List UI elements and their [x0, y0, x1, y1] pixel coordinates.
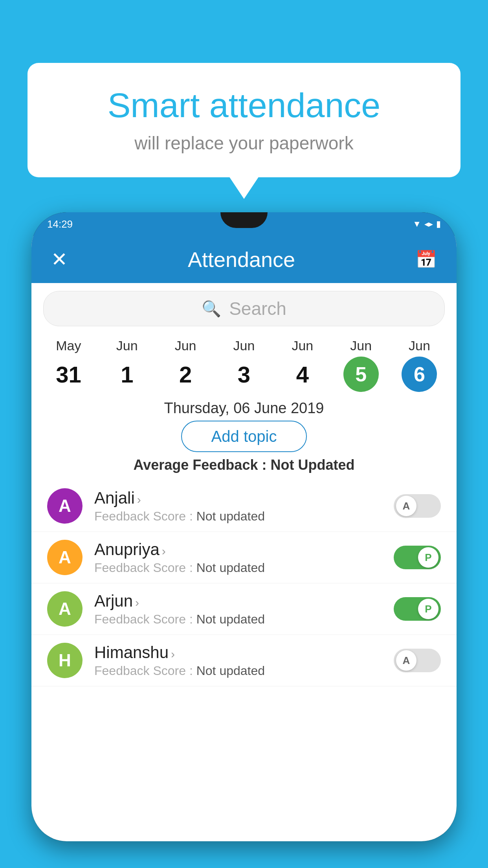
- attendance-toggle[interactable]: P: [394, 546, 441, 569]
- battery-icon: ▮: [436, 219, 441, 229]
- search-input[interactable]: Search: [229, 298, 286, 319]
- status-bar: 14:29 ▼ ◂▸ ▮: [31, 212, 457, 236]
- cal-date-label[interactable]: 5: [343, 357, 379, 392]
- student-row[interactable]: AArjun›Feedback Score : Not updatedP: [31, 583, 457, 635]
- cal-month-label: Jun: [116, 338, 138, 353]
- search-icon: 🔍: [202, 300, 221, 318]
- cal-month-label: Jun: [175, 338, 196, 353]
- cal-date-label[interactable]: 3: [226, 357, 262, 392]
- calendar-button[interactable]: 📅: [415, 249, 437, 270]
- avg-feedback-value: Not Updated: [270, 457, 354, 473]
- student-feedback: Feedback Score : Not updated: [94, 664, 382, 678]
- calendar-day[interactable]: Jun5: [343, 338, 379, 392]
- close-button[interactable]: ✕: [51, 248, 68, 271]
- student-info: Arjun›Feedback Score : Not updated: [94, 592, 382, 627]
- cal-month-label: Jun: [233, 338, 255, 353]
- cal-date-label[interactable]: 1: [109, 357, 145, 392]
- cal-date-label[interactable]: 31: [51, 357, 86, 392]
- toggle-knob: A: [396, 650, 416, 671]
- app-title: Attendance: [188, 247, 295, 272]
- chevron-right-icon: ›: [135, 596, 139, 609]
- selected-date-label: Thursday, 06 June 2019: [31, 400, 457, 417]
- student-avatar: A: [47, 488, 83, 524]
- cal-month-label: Jun: [350, 338, 372, 353]
- student-name: Arjun: [94, 592, 133, 610]
- status-icons: ▼ ◂▸ ▮: [413, 219, 441, 229]
- calendar-strip: May31Jun1Jun2Jun3Jun4Jun5Jun6: [31, 334, 457, 392]
- student-row[interactable]: AAnupriya›Feedback Score : Not updatedP: [31, 532, 457, 583]
- student-row[interactable]: AAnjali›Feedback Score : Not updatedA: [31, 480, 457, 532]
- avg-feedback-label: Average Feedback :: [134, 457, 271, 473]
- student-avatar: H: [47, 643, 83, 678]
- attendance-toggle[interactable]: P: [394, 597, 441, 621]
- attendance-toggle[interactable]: A: [394, 649, 441, 672]
- cal-month-label: Jun: [292, 338, 313, 353]
- student-avatar: A: [47, 591, 83, 627]
- phone-screen: ✕ Attendance 📅 🔍 Search May31Jun1Jun2Jun…: [31, 236, 457, 841]
- student-feedback: Feedback Score : Not updated: [94, 509, 382, 524]
- cal-month-label: May: [56, 338, 81, 353]
- toggle-knob: P: [418, 547, 438, 568]
- cal-month-label: Jun: [409, 338, 430, 353]
- calendar-day[interactable]: Jun1: [109, 338, 145, 392]
- wifi-icon: ▼: [413, 219, 421, 229]
- toggle-knob: P: [418, 599, 438, 619]
- phone-frame: 14:29 ▼ ◂▸ ▮ ✕ Attendance 📅 🔍 Search May…: [31, 212, 457, 841]
- add-topic-button[interactable]: Add topic: [181, 421, 307, 452]
- student-row[interactable]: HHimanshu›Feedback Score : Not updatedA: [31, 635, 457, 686]
- cal-date-label[interactable]: 4: [285, 357, 320, 392]
- feedback-value: Not updated: [196, 664, 265, 678]
- average-feedback: Average Feedback : Not Updated: [31, 457, 457, 473]
- student-name: Anupriya: [94, 540, 160, 559]
- student-info: Anjali›Feedback Score : Not updated: [94, 489, 382, 524]
- feedback-value: Not updated: [196, 612, 265, 626]
- student-feedback: Feedback Score : Not updated: [94, 561, 382, 575]
- feedback-value: Not updated: [196, 509, 265, 523]
- feedback-value: Not updated: [196, 561, 265, 575]
- chevron-right-icon: ›: [171, 647, 175, 660]
- student-name: Anjali: [94, 489, 135, 507]
- student-list: AAnjali›Feedback Score : Not updatedAAAn…: [31, 480, 457, 686]
- speech-bubble: Smart attendance will replace your paper…: [28, 63, 460, 177]
- student-info: Anupriya›Feedback Score : Not updated: [94, 540, 382, 575]
- status-time: 14:29: [47, 218, 73, 230]
- calendar-day[interactable]: May31: [51, 338, 86, 392]
- student-feedback: Feedback Score : Not updated: [94, 612, 382, 627]
- speech-bubble-title: Smart attendance: [59, 86, 429, 125]
- chevron-right-icon: ›: [137, 493, 141, 506]
- attendance-toggle[interactable]: A: [394, 494, 441, 518]
- chevron-right-icon: ›: [162, 544, 166, 557]
- calendar-day[interactable]: Jun2: [168, 338, 203, 392]
- toggle-knob: A: [396, 496, 416, 516]
- student-avatar: A: [47, 540, 83, 575]
- search-bar[interactable]: 🔍 Search: [43, 291, 445, 326]
- calendar-day[interactable]: Jun6: [402, 338, 437, 392]
- app-header: ✕ Attendance 📅: [31, 236, 457, 283]
- student-name: Himanshu: [94, 643, 169, 662]
- signal-icon: ◂▸: [424, 219, 433, 229]
- calendar-day[interactable]: Jun3: [226, 338, 262, 392]
- cal-date-label[interactable]: 6: [402, 357, 437, 392]
- calendar-day[interactable]: Jun4: [285, 338, 320, 392]
- speech-bubble-subtitle: will replace your paperwork: [59, 132, 429, 154]
- phone-notch: [220, 212, 268, 228]
- cal-date-label[interactable]: 2: [168, 357, 203, 392]
- student-info: Himanshu›Feedback Score : Not updated: [94, 643, 382, 678]
